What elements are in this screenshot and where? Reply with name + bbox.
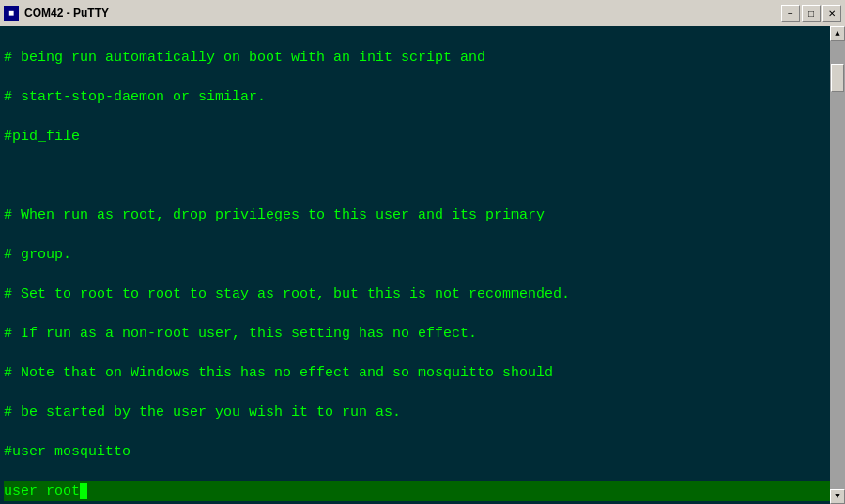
window-controls: − □ ✕ bbox=[781, 5, 841, 22]
maximize-button[interactable]: □ bbox=[802, 5, 821, 22]
line-12-highlighted: user root bbox=[4, 481, 830, 501]
scroll-thumb[interactable] bbox=[831, 64, 844, 92]
scrollbar[interactable]: ▲ ▼ bbox=[830, 26, 845, 504]
terminal-content[interactable]: # being run automatically on boot with a… bbox=[0, 26, 830, 504]
line-10: # be started by the user you wish it to … bbox=[4, 403, 826, 422]
line-7: # Set to root to root to stay as root, b… bbox=[4, 284, 826, 304]
window-title: COM42 - PuTTY bbox=[24, 7, 109, 20]
line-11: #user mosquitto bbox=[4, 442, 826, 462]
line-9: # Note that on Windows this has no effec… bbox=[4, 363, 826, 383]
line-3: #pid_file bbox=[4, 127, 826, 146]
title-bar-left: ■ COM42 - PuTTY bbox=[4, 6, 109, 21]
line-5: # When run as root, drop privileges to t… bbox=[4, 206, 826, 225]
line-1: # being run automatically on boot with a… bbox=[4, 48, 826, 68]
scroll-up-button[interactable]: ▲ bbox=[830, 26, 845, 41]
scroll-track[interactable] bbox=[830, 41, 845, 489]
line-2: # start-stop-daemon or similar. bbox=[4, 87, 826, 107]
line-8: # If run as a non-root user, this settin… bbox=[4, 324, 826, 344]
minimize-button[interactable]: − bbox=[781, 5, 800, 22]
line-4 bbox=[4, 166, 826, 186]
app-icon: ■ bbox=[4, 6, 19, 21]
terminal-container: # being run automatically on boot with a… bbox=[0, 26, 845, 504]
close-button[interactable]: ✕ bbox=[822, 5, 841, 22]
line-6: # group. bbox=[4, 245, 826, 265]
scroll-down-button[interactable]: ▼ bbox=[830, 489, 845, 504]
title-bar: ■ COM42 - PuTTY − □ ✕ bbox=[0, 0, 845, 26]
text-cursor bbox=[80, 483, 87, 499]
